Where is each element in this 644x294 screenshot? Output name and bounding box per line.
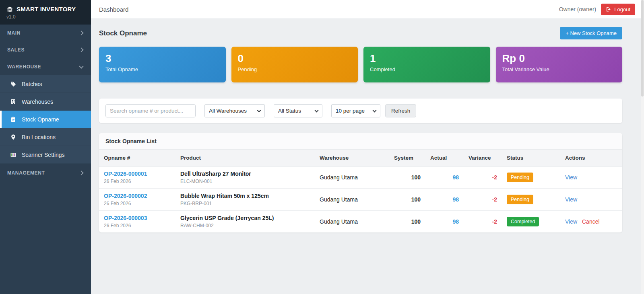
refresh-button[interactable]: Refresh: [385, 104, 416, 117]
chevron-down-icon: [79, 64, 83, 68]
page-title: Stock Opname: [99, 29, 147, 37]
col-product: Product: [175, 150, 315, 167]
stat-label: Completed: [370, 66, 484, 72]
opname-link[interactable]: OP-2026-000002: [104, 193, 147, 199]
view-link[interactable]: View: [565, 218, 577, 225]
sidebar-section-warehouse[interactable]: WAREHOUSE: [0, 58, 91, 75]
app-title: SMART INVENTORY: [17, 6, 76, 12]
col-actions: Actions: [560, 150, 622, 167]
col-warehouse: Warehouse: [315, 150, 389, 167]
barcode-icon: [10, 151, 17, 158]
chevron-right-icon: [79, 47, 83, 52]
view-link[interactable]: View: [565, 196, 577, 203]
navbar-title: Dashboard: [99, 6, 128, 13]
top-navbar: Dashboard Owner (owner) Logout: [91, 0, 644, 19]
status-select[interactable]: All Status: [274, 104, 322, 117]
stat-label: Total Opname: [105, 66, 219, 72]
opname-link[interactable]: OP-2026-000001: [104, 171, 147, 177]
warehouse-cell: Gudang Utama: [315, 167, 389, 189]
col-actual: Actual: [425, 150, 464, 167]
sidebar-section-sales[interactable]: SALES: [0, 41, 91, 58]
stat-value: 3: [105, 53, 219, 65]
system-qty: 100: [389, 211, 425, 233]
cancel-link[interactable]: Cancel: [582, 218, 600, 225]
stat-cards: 3 Total Opname 0 Pending 1 Completed Rp …: [99, 47, 622, 82]
table-row: OP-2026-000003 26 Feb 2026 Glycerin USP …: [99, 211, 622, 233]
sidebar-item-stock-opname[interactable]: Stock Opname: [0, 111, 91, 128]
stat-value: 1: [370, 53, 484, 65]
sidebar-item-warehouses[interactable]: Warehouses: [0, 93, 91, 111]
sidebar: SMART INVENTORY v1.0 MAIN SALES WAREHOUS…: [0, 0, 91, 294]
sidebar-item-label: Warehouses: [22, 99, 53, 105]
stat-label: Pending: [238, 66, 352, 72]
table-row: OP-2026-000001 26 Feb 2026 Dell UltraSha…: [99, 167, 622, 189]
status-badge: Completed: [507, 217, 539, 226]
product-sku: ELC-MON-001: [180, 179, 310, 184]
warehouse-cell: Gudang Utama: [315, 189, 389, 211]
brand: SMART INVENTORY v1.0: [0, 0, 91, 25]
system-qty: 100: [389, 189, 425, 211]
sidebar-item-label: Batches: [22, 81, 42, 87]
actual-qty: 98: [425, 211, 464, 233]
sidebar-section-management[interactable]: MANAGEMENT: [0, 164, 91, 181]
opname-link[interactable]: OP-2026-000003: [104, 215, 147, 221]
warehouse-logo-icon: [6, 6, 13, 12]
sidebar-item-batches[interactable]: Batches: [0, 75, 91, 93]
stat-value: Rp 0: [502, 53, 616, 65]
col-system: System: [389, 150, 425, 167]
status-badge: Pending: [507, 195, 533, 204]
sidebar-item-label: Bin Locations: [22, 134, 56, 140]
search-input[interactable]: [105, 104, 196, 117]
warehouse-select[interactable]: All Warehouses: [204, 104, 265, 117]
user-label: Owner (owner): [559, 6, 597, 12]
product-name: Glycerin USP Grade (Jerrycan 25L): [180, 215, 310, 221]
variance-qty: -2: [464, 211, 502, 233]
map-pin-icon: [10, 134, 17, 140]
main-area: Dashboard Owner (owner) Logout Stock Opn…: [91, 0, 644, 294]
status-badge: Pending: [507, 173, 533, 182]
sidebar-item-label: Scanner Settings: [22, 152, 65, 158]
table-row: OP-2026-000002 26 Feb 2026 Bubble Wrap H…: [99, 189, 622, 211]
actual-qty: 98: [425, 167, 464, 189]
stat-card-pending: 0 Pending: [231, 47, 358, 82]
stock-opname-list-card: Stock Opname List Opname # Product Wareh…: [99, 133, 622, 232]
logout-icon: [606, 6, 611, 12]
opname-date: 26 Feb 2026: [104, 179, 171, 184]
product-name: Bubble Wrap Hitam 50m x 125cm: [180, 193, 310, 199]
stat-card-completed: 1 Completed: [363, 47, 490, 82]
variance-qty: -2: [464, 167, 502, 189]
stat-card-total-opname: 3 Total Opname: [99, 47, 226, 82]
opname-date: 26 Feb 2026: [104, 223, 171, 228]
tag-icon: [10, 80, 17, 87]
variance-qty: -2: [464, 189, 502, 211]
vertical-scrollbar[interactable]: [641, 0, 644, 294]
view-link[interactable]: View: [565, 174, 577, 181]
warehouse-cell: Gudang Utama: [315, 211, 389, 233]
sidebar-item-scanner-settings[interactable]: Scanner Settings: [0, 146, 91, 164]
logout-button[interactable]: Logout: [601, 4, 635, 15]
col-opname: Opname #: [99, 150, 175, 167]
content: Stock Opname + New Stock Opname 3 Total …: [91, 19, 644, 294]
stat-value: 0: [238, 53, 352, 65]
app-version: v1.0: [6, 14, 85, 20]
chevron-right-icon: [79, 171, 83, 175]
per-page-select[interactable]: 10 per page: [331, 104, 380, 117]
col-status: Status: [502, 150, 560, 167]
sidebar-item-label: Stock Opname: [22, 116, 59, 123]
filter-bar: All Warehouses All Status 10 per page Re…: [99, 99, 622, 123]
col-variance: Variance: [464, 150, 502, 167]
app-root: SMART INVENTORY v1.0 MAIN SALES WAREHOUS…: [0, 0, 644, 294]
system-qty: 100: [389, 167, 425, 189]
stat-label: Total Variance Value: [502, 66, 616, 72]
clipboard-check-icon: [10, 116, 17, 123]
new-stock-opname-button[interactable]: + New Stock Opname: [560, 27, 622, 39]
sidebar-section-main[interactable]: MAIN: [0, 25, 91, 41]
chevron-right-icon: [79, 31, 83, 35]
sidebar-item-bin-locations[interactable]: Bin Locations: [0, 128, 91, 146]
product-name: Dell UltraSharp 27 Monitor: [180, 171, 310, 177]
stat-card-variance-value: Rp 0 Total Variance Value: [496, 47, 623, 82]
stock-opname-table: Opname # Product Warehouse System Actual…: [99, 150, 622, 232]
scrollbar-thumb[interactable]: [641, 0, 644, 97]
warehouse-submenu: Batches Warehouses Stock Opname Bin Loca…: [0, 75, 91, 164]
building-icon: [10, 98, 17, 105]
